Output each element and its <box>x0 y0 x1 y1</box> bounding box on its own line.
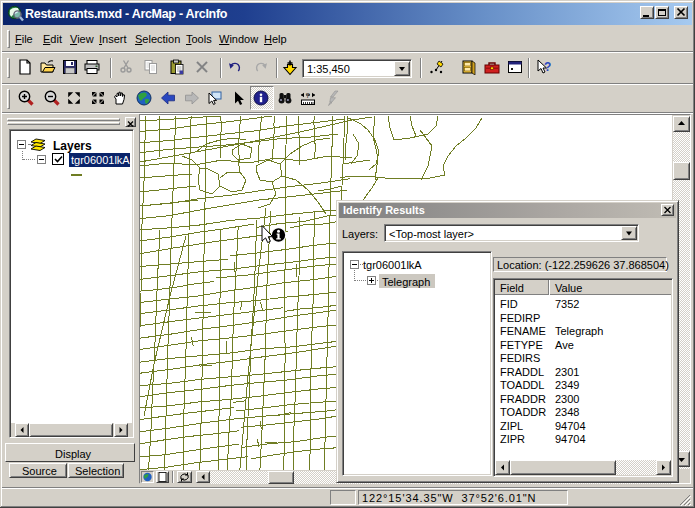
svg-text:?: ? <box>544 60 551 74</box>
svg-text:?: ? <box>306 91 311 100</box>
